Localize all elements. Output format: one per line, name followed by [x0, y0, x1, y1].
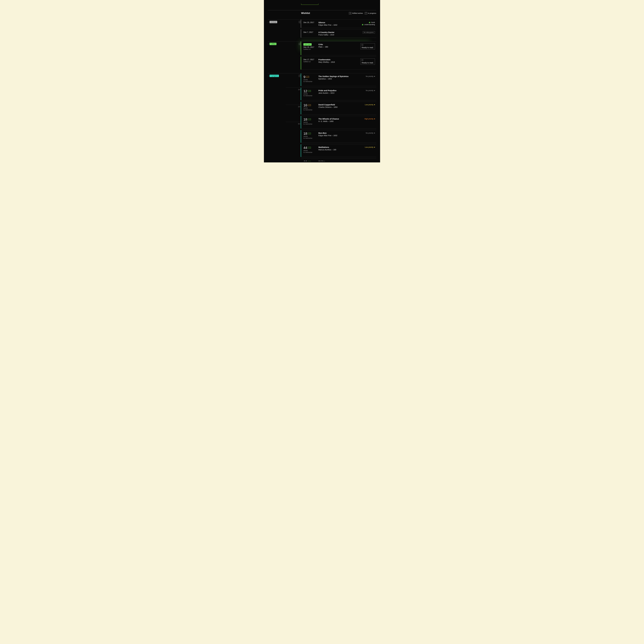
wish-author: H. G. Wells – 1895: [318, 120, 365, 122]
words-label: words: [303, 93, 318, 95]
priority-badge: No priority: [366, 90, 375, 91]
words-label: words: [303, 150, 318, 151]
wish-author: Plato – -380: [318, 46, 361, 48]
rating-label: understanding: [364, 24, 375, 26]
checkbox-icon: [362, 44, 363, 46]
priority-badge: No priority: [366, 75, 375, 77]
wish-date: Dec 17, 2017: [303, 58, 318, 61]
axis-tick: 25+: [286, 105, 301, 108]
ready-to-read-button[interactable]: Ready to read.: [361, 58, 375, 65]
wish-card[interactable]: 9▴2wordsto memoriseThe Golden Sayings of…: [301, 73, 376, 86]
wish-author: Marcus Aurelius – 180: [318, 149, 365, 151]
wish-card[interactable]: 62▾4wordsto memoriseWalden: [301, 158, 376, 161]
section-fulfilled-label: Fulfilled: [270, 43, 276, 45]
delta-badge: ▴1: [308, 104, 311, 106]
priority-dot-icon: [374, 147, 375, 148]
wish-author: Franz Kafka – 1919: [318, 34, 363, 36]
words-label: words: [303, 135, 318, 137]
priority-dot-icon: [374, 104, 375, 105]
wish-card[interactable]: 18▾2wordsto memoriseThe Wheels of Chance…: [301, 116, 376, 129]
page-title: Wishlist: [301, 12, 310, 15]
wish-author: Edgar Allan Poe – 1832: [318, 24, 362, 26]
delta-badge: ▴2: [306, 76, 309, 78]
fulfilled-count-label: fulfilled wishes: [352, 12, 363, 14]
section-progress-label: In progress: [270, 75, 279, 77]
arrow-up-icon: ▴: [306, 76, 307, 78]
priority-dot-icon: [374, 76, 375, 77]
wish-author: Edgar Allan Poe – 1832: [318, 134, 366, 137]
wish-date: Dec 20, 2017: [303, 21, 318, 23]
rating-label: book: [371, 21, 375, 23]
word-count: 9: [303, 75, 305, 79]
wish-author: Mary Shelley – 1818: [318, 61, 361, 63]
delta-badge: ▾4: [308, 90, 311, 92]
section-progress[interactable]: – In progress 7: [268, 73, 301, 77]
just-now-badge: Just now!: [303, 43, 312, 46]
priority-dot-icon: [374, 133, 375, 133]
priority-dot-icon: [374, 118, 375, 119]
wish-card[interactable]: Just now!Dec 20, 2017fulfilled onCritoPl…: [301, 41, 376, 55]
fulfilled-on-label: fulfilled on: [303, 61, 318, 63]
inprogress-count-label: in progress: [368, 12, 376, 14]
axis-tick: 10+: [286, 88, 301, 91]
priority-badge: Low priority: [365, 104, 375, 106]
wish-card[interactable]: 12▾4wordsto memorisePride and PrejudiceJ…: [301, 87, 376, 100]
priority-badge: No priority: [366, 132, 375, 134]
memorise-label: to memorise: [303, 137, 318, 139]
wish-title: Walden: [318, 160, 375, 161]
wish-date: Dec 7, 2017: [303, 31, 318, 33]
collapse-icon: –: [268, 43, 270, 45]
arrow-down-icon: ▾: [308, 147, 309, 148]
word-count: 18: [303, 132, 307, 135]
ready-to-read-button[interactable]: Ready to read.: [361, 43, 375, 49]
words-label: words: [303, 121, 318, 123]
thumbs-up-icon: [369, 22, 371, 23]
wish-card[interactable]: Dec 7, 2017A Country DoctorFranz Kafka –…: [301, 29, 376, 38]
word-count: 18: [303, 118, 307, 121]
section-archived[interactable]: – Archived 2: [268, 19, 301, 23]
word-count: 62: [303, 160, 307, 161]
word-count: 12: [303, 89, 307, 93]
wish-author: Jane Austen – 1813: [318, 92, 366, 94]
checkbox-icon: [362, 59, 363, 61]
word-count: 16: [303, 104, 307, 107]
arrow-down-icon: ▾: [308, 119, 309, 120]
memorise-label: to memorise: [303, 123, 318, 125]
wish-card[interactable]: Dec 17, 2017fulfilled onFrankensteinMary…: [301, 57, 376, 70]
wish-title: A Country Doctor: [318, 31, 363, 33]
section-archived-label: Archived: [270, 21, 277, 23]
ready-label: Ready to read.: [362, 46, 374, 49]
collapse-icon: –: [268, 21, 270, 23]
wish-title: Pride and Prejudice: [318, 89, 366, 92]
wish-card[interactable]: 16▴1wordsto memoriseDavid CopperfieldCha…: [301, 102, 376, 115]
arrow-down-icon: ▾: [308, 133, 309, 134]
delta-badge: ▾2: [308, 133, 311, 134]
wish-card[interactable]: 18▾2wordsto memoriseBon-BonEdgar Allan P…: [301, 130, 376, 143]
priority-badge: High priority: [365, 118, 375, 120]
wish-author: Epictetus – 1903: [318, 78, 366, 80]
arrow-down-icon: ▾: [308, 90, 309, 92]
priority-badge: Low priority: [365, 146, 375, 148]
wish-title: Crito: [318, 43, 361, 45]
wish-card[interactable]: 44▾1wordsto memoriseMeditationsMarcus Au…: [301, 144, 376, 157]
collapse-icon: –: [268, 75, 270, 77]
section-fulfilled[interactable]: – Fulfilled 2: [268, 41, 301, 45]
priority-dot-icon: [374, 90, 375, 91]
wish-title: Bon-Bon: [318, 132, 366, 134]
memorise-label: to memorise: [303, 95, 318, 97]
wish-title: Silence: [318, 21, 362, 24]
start-practising-button[interactable]: [301, 4, 318, 5]
thumbs-up-icon: [362, 24, 364, 26]
fulfilled-on-label: fulfilled on: [303, 48, 318, 50]
memorise-label: to memorise: [303, 109, 318, 111]
words-label: words: [303, 107, 318, 109]
wish-title: The Wheels of Chance: [318, 118, 365, 120]
words-label: words: [303, 79, 318, 81]
memorise-label: to memorise: [303, 151, 318, 153]
fulfilled-count: 2: [349, 12, 351, 14]
wish-title: The Golden Sayings of Epictetus: [318, 75, 366, 77]
ready-label: Ready to read.: [362, 62, 374, 64]
delta-badge: ▾1: [308, 147, 311, 149]
inprogress-count: 7: [365, 12, 367, 14]
wish-card[interactable]: Dec 20, 2017SilenceEdgar Allan Poe – 183…: [301, 19, 376, 28]
